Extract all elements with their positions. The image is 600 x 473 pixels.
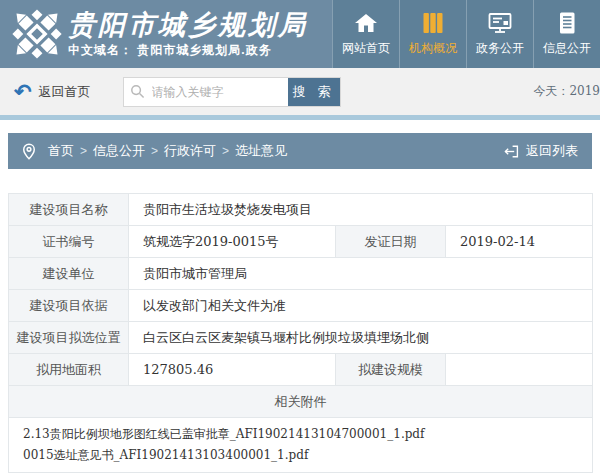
accent-strip — [0, 115, 600, 120]
nav-tab-label: 网站首页 — [342, 40, 390, 57]
breadcrumb-separator: > — [80, 144, 87, 158]
document-icon — [554, 11, 580, 35]
nav-tab-gov-affairs[interactable]: 政务公开 — [466, 0, 533, 68]
nav-tab-info-disclosure[interactable]: 信息公开 — [533, 0, 600, 68]
site-header: 贵阳市城乡规划局 中文域名： 贵阳市城乡规划局.政务 网站首页 机构概况 — [0, 0, 600, 68]
field-label: 拟用地面积 — [9, 354, 129, 386]
location-pin-icon — [22, 143, 36, 160]
search-box: 搜 索 — [123, 77, 341, 107]
attachments-cell: 2.13贵阳比例坝地形图红线已盖审批章_AFI19021413104700001… — [9, 418, 593, 473]
field-value — [446, 354, 593, 386]
field-label: 建设单位 — [9, 258, 129, 290]
nav-tab-label: 政务公开 — [476, 40, 524, 57]
field-value: 以发改部门相关文件为准 — [129, 290, 593, 322]
nav-tab-home[interactable]: 网站首页 — [332, 0, 399, 68]
permit-detail-table: 建设项目名称 贵阳市生活垃圾焚烧发电项目 证书编号 筑规选字2019-0015号… — [8, 193, 593, 473]
monitor-icon — [487, 11, 513, 35]
field-value: 2019-02-14 — [446, 226, 593, 258]
back-home-button[interactable]: ↶ 返回首页 — [14, 82, 91, 102]
search-button[interactable]: 搜 索 — [288, 78, 340, 106]
field-label: 拟建设规模 — [336, 354, 446, 386]
breadcrumb-separator: > — [222, 144, 229, 158]
table-row: 建设项目拟选位置 白云区白云区麦架镇马堰村比例坝垃圾填埋场北侧 — [9, 322, 593, 354]
field-label: 建设项目依据 — [9, 290, 129, 322]
table-row: 建设项目依据 以发改部门相关文件为准 — [9, 290, 593, 322]
field-value: 贵阳市生活垃圾焚烧发电项目 — [129, 194, 593, 226]
back-to-list-label: 返回列表 — [526, 142, 578, 160]
breadcrumb-home[interactable]: 首页 — [48, 142, 74, 160]
page-title: 贵阳市城乡规划局 — [68, 10, 308, 40]
attachment-pdf-link[interactable]: 0015选址意见书_AFI19021413103400001_1.pdf — [23, 445, 578, 466]
table-row: 拟用地面积 127805.46 拟建设规模 — [9, 354, 593, 386]
search-input[interactable] — [152, 78, 288, 106]
books-icon — [420, 11, 446, 35]
field-label: 建设项目拟选位置 — [9, 322, 129, 354]
table-row: 2.13贵阳比例坝地形图红线已盖审批章_AFI19021413104700001… — [9, 418, 593, 473]
exit-left-icon — [503, 144, 519, 159]
breadcrumb: 首页 > 信息公开 > 行政许可 > 选址意见 返回列表 — [8, 133, 592, 169]
attachment-pdf-link[interactable]: 2.13贵阳比例坝地形图红线已盖审批章_AFI19021413104700001… — [23, 424, 578, 445]
breadcrumb-separator: > — [151, 144, 158, 158]
attachments-header: 相关附件 — [9, 386, 593, 418]
back-home-label: 返回首页 — [39, 83, 91, 101]
table-row: 相关附件 — [9, 386, 593, 418]
today-date-label: 今天：2019年 — [533, 83, 600, 100]
back-to-list-button[interactable]: 返回列表 — [503, 142, 578, 160]
field-value: 筑规选字2019-0015号 — [129, 226, 336, 258]
field-label: 发证日期 — [336, 226, 446, 258]
field-label: 证书编号 — [9, 226, 129, 258]
breadcrumb-admin-permit[interactable]: 行政许可 — [164, 142, 216, 160]
table-row: 证书编号 筑规选字2019-0015号 发证日期 2019-02-14 — [9, 226, 593, 258]
domain-name-line: 中文域名： 贵阳市城乡规划局.政务 — [68, 42, 308, 59]
toolbar: ↶ 返回首页 搜 索 今天：2019年 — [0, 68, 600, 115]
bureau-logo-icon — [8, 5, 66, 63]
breadcrumb-info-disclosure[interactable]: 信息公开 — [93, 142, 145, 160]
back-arrow-icon: ↶ — [14, 82, 32, 102]
field-value: 白云区白云区麦架镇马堰村比例坝垃圾填埋场北侧 — [129, 322, 593, 354]
nav-tab-label: 信息公开 — [543, 40, 591, 57]
table-row: 建设单位 贵阳市城市管理局 — [9, 258, 593, 290]
main-nav: 网站首页 机构概况 政务公开 — [332, 0, 600, 68]
breadcrumb-site-selection[interactable]: 选址意见 — [235, 142, 287, 160]
search-icon — [124, 78, 152, 106]
field-label: 建设项目名称 — [9, 194, 129, 226]
home-icon — [353, 11, 379, 35]
table-row: 建设项目名称 贵阳市生活垃圾焚烧发电项目 — [9, 194, 593, 226]
nav-tab-label: 机构概况 — [409, 40, 457, 57]
field-value: 贵阳市城市管理局 — [129, 258, 593, 290]
nav-tab-org-overview[interactable]: 机构概况 — [399, 0, 466, 68]
field-value: 127805.46 — [129, 354, 336, 386]
